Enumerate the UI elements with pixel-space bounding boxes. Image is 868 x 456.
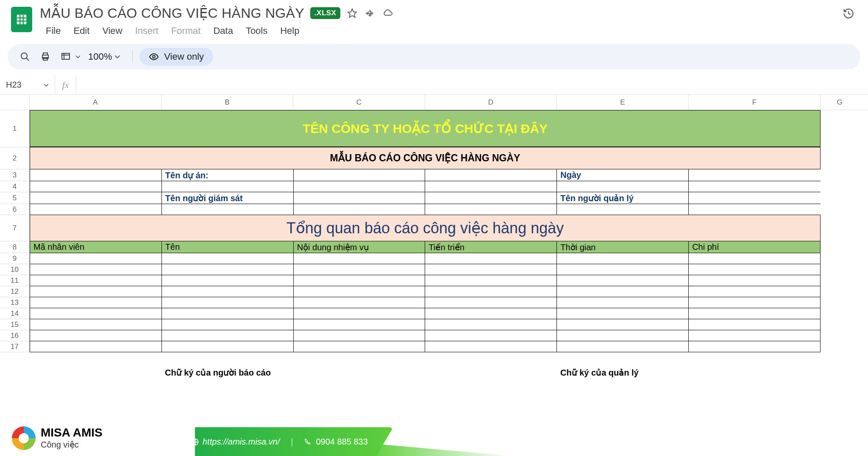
menu-insert: Insert [129,24,164,38]
svg-line-7 [26,58,29,61]
row-headers: 1 2 3 4 5 6 7 8 9 10 11 12 13 14 15 16 1… [0,110,30,380]
supervisor-label: Tên người giám sát [162,192,294,204]
sig-reporter-label: Chữ ký của người báo cáo [161,365,293,380]
table-row[interactable] [30,341,821,352]
manager-label: Tên người quản lý [557,192,689,204]
menu-help[interactable]: Help [274,24,305,38]
menu-format: Format [165,24,207,38]
row-header[interactable]: 11 [0,275,30,286]
column-headers: A B C D E F G [0,95,868,110]
svg-point-6 [21,53,27,59]
doc-title[interactable]: MẪU BÁO CÁO CÔNG VIỆC HÀNG NGÀY [40,5,304,21]
eye-icon [149,52,159,62]
menu-tools[interactable]: Tools [240,24,273,38]
table-row[interactable] [30,286,821,297]
row-header[interactable]: 2 [0,147,30,169]
row-header[interactable]: 3 [0,169,30,181]
star-icon[interactable] [346,7,358,19]
sig-manager-label: Chữ ký của quản lý [557,365,689,380]
move-icon[interactable] [364,7,376,19]
menubar: File Edit View Insert Format Data Tools … [40,24,394,38]
chevron-down-icon [114,54,120,60]
menu-view[interactable]: View [96,24,128,38]
cloud-icon[interactable] [382,7,394,19]
svg-rect-11 [62,53,70,59]
row-header[interactable]: 9 [0,253,30,264]
brand-sub: Công việc [41,439,103,450]
col-header[interactable]: B [161,95,293,110]
zoom-select[interactable]: 100% [83,51,125,62]
svg-point-14 [153,55,155,58]
filter-views-icon[interactable] [57,48,75,66]
chevron-down-icon[interactable] [75,54,81,59]
col-header[interactable]: G [821,95,859,110]
blank-gap [30,352,821,365]
print-icon[interactable] [36,48,54,66]
row-header[interactable]: 7 [0,215,30,241]
row-header[interactable]: 1 [0,110,30,147]
col-task: Nội dung nhiệm vụ [294,241,426,253]
project-label: Tên dự án: [162,169,294,181]
row-header[interactable]: 12 [0,286,30,297]
table-row[interactable] [30,275,821,286]
col-cost: Chi phí [689,241,821,253]
row-header[interactable]: 15 [0,319,30,330]
row-header[interactable]: 13 [0,297,30,308]
row-header[interactable]: 6 [0,204,30,215]
menu-data[interactable]: Data [207,24,239,38]
table-row[interactable] [30,253,821,264]
row-header[interactable]: 10 [0,264,30,275]
col-emp-id: Mã nhân viên [30,241,162,253]
col-header[interactable]: C [293,95,425,110]
row-header[interactable]: 8 [0,241,30,253]
sheets-logo[interactable] [11,7,32,32]
history-icon[interactable] [840,5,857,22]
name-box-value: H23 [6,80,22,90]
xlsx-badge: .XLSX [310,7,341,19]
svg-rect-0 [17,15,27,25]
col-header[interactable]: A [30,95,161,110]
select-all-corner[interactable] [0,95,30,110]
table-row[interactable] [30,330,821,341]
cell-grid[interactable]: TÊN CÔNG TY HOẶC TỔ CHỨC TẠI ĐÂY MẪU BÁO… [30,110,868,380]
promo-footer: https://amis.misa.vn/ | 0904 885 833 MIS… [0,420,868,456]
row-header[interactable]: 4 [0,181,30,192]
report-subtitle: MẪU BÁO CÁO CÔNG VIỆC HÀNG NGÀY [30,147,821,169]
chevron-down-icon [44,83,49,88]
date-label: Ngày [557,169,689,181]
col-header[interactable]: E [557,95,689,110]
svg-marker-5 [348,9,356,17]
company-banner: TÊN CÔNG TY HOẶC TỔ CHỨC TẠI ĐÂY [30,110,821,147]
col-header[interactable]: D [425,95,557,110]
table-row[interactable] [30,319,821,330]
row-header[interactable]: 14 [0,308,30,319]
viewonly-label: View only [164,51,204,62]
viewonly-pill[interactable]: View only [139,48,213,66]
toolbar-divider [132,50,133,63]
search-icon[interactable] [16,48,34,66]
formula-bar-row: H23 fx [0,75,868,95]
promo-phone: 0904 885 833 [316,437,367,446]
col-header[interactable]: F [689,95,821,110]
col-time: Thời gian [557,241,689,253]
table-row[interactable] [30,308,821,319]
misa-swirl-icon [12,426,36,450]
promo-url: https://amis.misa.vn/ [203,437,280,446]
menu-file[interactable]: File [40,24,67,38]
row-header[interactable]: 17 [0,341,30,352]
fx-icon: fx [55,75,76,94]
misa-logo[interactable]: MISA AMIS Công việc [12,426,103,450]
svg-rect-9 [43,53,47,55]
col-name: Tên [162,241,294,253]
table-row[interactable] [30,264,821,275]
table-row[interactable] [30,297,821,308]
row-header[interactable]: 5 [0,192,30,204]
col-progress: Tiến triển [425,241,557,253]
phone-icon [304,438,312,446]
zoom-value: 100% [88,51,112,62]
name-box[interactable]: H23 [0,75,55,94]
toolbar: 100% View only [8,44,860,69]
row-header[interactable]: 16 [0,330,30,341]
overview-title: Tổng quan báo cáo công việc hàng ngày [30,215,821,241]
menu-edit[interactable]: Edit [67,24,95,38]
